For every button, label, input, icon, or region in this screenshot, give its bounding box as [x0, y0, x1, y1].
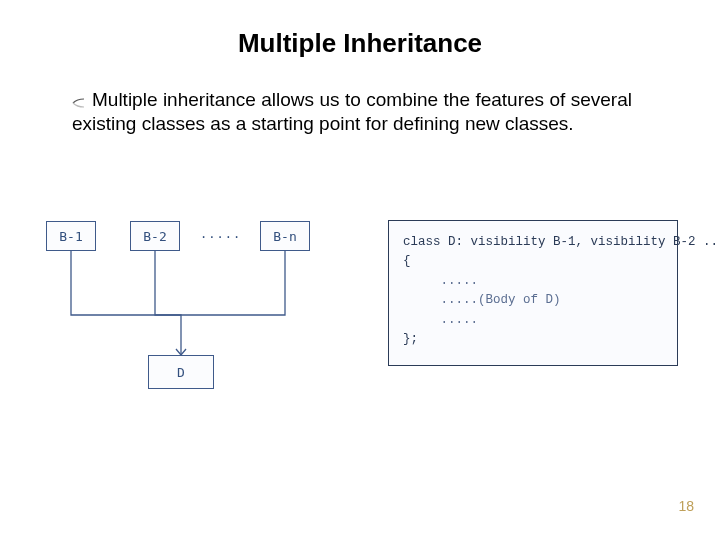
code-line-4: .....(Body of D) [403, 293, 561, 307]
inheritance-diagram: B-1 B-2 ..... B-n D [40, 215, 360, 405]
slide: Multiple Inheritance Multiple inheritanc… [0, 0, 720, 540]
body-paragraph: Multiple inheritance allows us to combin… [72, 88, 632, 136]
body-text: Multiple inheritance allows us to combin… [72, 89, 632, 134]
code-line-3: ..... [403, 274, 478, 288]
code-line-2: { [403, 254, 411, 268]
page-number: 18 [678, 498, 694, 514]
diagram-box-b1: B-1 [46, 221, 96, 251]
diagram-ellipsis: ..... [200, 227, 241, 241]
diagram-box-d: D [148, 355, 214, 389]
code-line-6: }; [403, 332, 418, 346]
code-box: class D: visibility B-1, visibility B-2 … [388, 220, 678, 366]
code-line-5: ..... [403, 313, 478, 327]
diagram-box-bn: B-n [260, 221, 310, 251]
bullet-icon [72, 96, 86, 106]
slide-title: Multiple Inheritance [0, 28, 720, 59]
diagram-box-b2: B-2 [130, 221, 180, 251]
code-line-1: class D: visibility B-1, visibility B-2 … [403, 235, 720, 249]
